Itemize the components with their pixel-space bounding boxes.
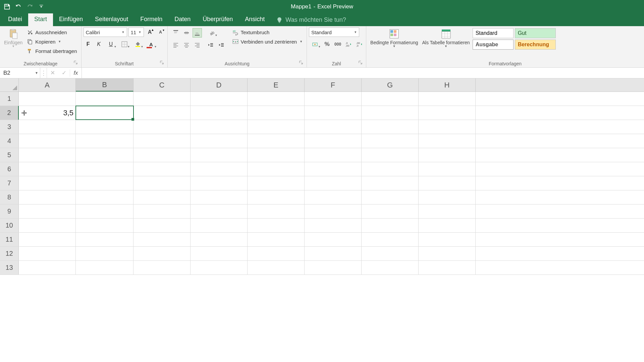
formula-input[interactable] [82,68,644,78]
style-ausgabe[interactable]: Ausgabe [473,40,514,50]
cell-E8[interactable] [248,190,305,204]
tab-einfuegen[interactable]: Einfügen [53,13,89,26]
cell-A1[interactable] [19,92,76,106]
row-header-5[interactable]: 5 [0,148,19,162]
cell-A13[interactable] [19,261,76,275]
row-header-2[interactable]: 2 [0,106,19,120]
cell-A9[interactable] [19,204,76,218]
cell-D6[interactable] [191,162,248,176]
cell-E5[interactable] [248,148,305,162]
borders-button[interactable]: ▼ [118,40,130,49]
increase-indent-button[interactable] [217,40,226,50]
cell-G12[interactable] [362,247,419,260]
style-berechnung[interactable]: Berechnung [515,40,556,50]
column-header-C[interactable]: C [133,78,191,92]
cell-E9[interactable] [248,204,305,218]
cell-G9[interactable] [362,204,419,218]
cell-G2[interactable] [362,106,419,120]
cell-C11[interactable] [133,233,191,246]
cell-A10[interactable] [19,219,76,232]
cell-C7[interactable] [133,176,191,190]
cell-A5[interactable] [19,148,76,162]
dialog-launcher-icon[interactable] [359,61,363,65]
cell-G7[interactable] [362,176,419,190]
redo-icon[interactable] [25,2,34,11]
cell-H13[interactable] [419,261,476,275]
dialog-launcher-icon[interactable] [160,61,165,65]
cell-C5[interactable] [133,148,191,162]
cell-G10[interactable] [362,219,419,232]
fx-icon[interactable]: fx [70,70,82,76]
cell-E1[interactable] [248,92,305,106]
cell-B7[interactable] [76,176,133,190]
align-left-button[interactable] [171,40,180,50]
cell-G3[interactable] [362,120,419,134]
cell-B6[interactable] [76,162,133,176]
cell-F1[interactable] [305,92,362,106]
increase-font-button[interactable]: A▲ [145,27,155,37]
decrease-indent-button[interactable] [206,40,215,50]
row-header-7[interactable]: 7 [0,176,19,190]
cell-D5[interactable] [191,148,248,162]
cell-H11[interactable] [419,233,476,246]
column-header-F[interactable]: F [305,78,362,92]
cell-D11[interactable] [191,233,248,246]
cell-B4[interactable] [76,134,133,148]
cell-F12[interactable] [305,247,362,260]
column-header-H[interactable]: H [419,78,476,92]
cell-C4[interactable] [133,134,191,148]
cell-F9[interactable] [305,204,362,218]
cell-C2[interactable] [133,106,191,120]
row-header-1[interactable]: 1 [0,92,19,106]
style-gut[interactable]: Gut [515,28,556,38]
tab-daten[interactable]: Daten [168,13,197,26]
cell-B12[interactable] [76,247,133,260]
font-color-button[interactable]: A▼ [145,40,157,49]
cell-C8[interactable] [133,190,191,204]
tab-ansicht[interactable]: Ansicht [239,13,271,26]
cell-D3[interactable] [191,120,248,134]
cell-F10[interactable] [305,219,362,232]
cancel-icon[interactable]: ✕ [47,69,58,76]
row-header-10[interactable]: 10 [0,219,19,232]
cell-D2[interactable] [191,106,248,120]
cell-E7[interactable] [248,176,305,190]
cell-H4[interactable] [419,134,476,148]
cell-E3[interactable] [248,120,305,134]
tab-start[interactable]: Start [28,13,53,26]
cell-H6[interactable] [419,162,476,176]
row-header-12[interactable]: 12 [0,247,19,260]
undo-icon[interactable] [14,2,23,11]
font-size-combo[interactable]: 11 ▼ [128,27,144,37]
cell-C12[interactable] [133,247,191,260]
cell-C10[interactable] [133,219,191,232]
cell-H10[interactable] [419,219,476,232]
align-right-button[interactable] [193,40,202,50]
cell-C6[interactable] [133,162,191,176]
underline-button[interactable]: U▼ [105,40,117,49]
row-header-11[interactable]: 11 [0,233,19,246]
cell-A8[interactable] [19,190,76,204]
row-header-9[interactable]: 9 [0,204,19,218]
align-center-button[interactable] [182,40,191,50]
row-header-8[interactable]: 8 [0,190,19,204]
row-header-13[interactable]: 13 [0,261,19,275]
column-header-A[interactable]: A [19,78,76,92]
cell-B11[interactable] [76,233,133,246]
cell-E13[interactable] [248,261,305,275]
paste-button[interactable]: Einfügen ▼ [2,27,24,49]
cell-C1[interactable] [133,92,191,106]
cut-button[interactable]: Ausschneiden [26,28,77,36]
tab-datei[interactable]: Datei [2,13,28,26]
cell-G8[interactable] [362,190,419,204]
tab-seitenlayout[interactable]: Seitenlayout [89,13,134,26]
decrease-font-button[interactable]: A▼ [156,27,165,37]
cell-G5[interactable] [362,148,419,162]
cell-B3[interactable] [76,120,133,134]
cell-B2[interactable] [76,106,133,120]
cell-H2[interactable] [419,106,476,120]
cell-D1[interactable] [191,92,248,106]
column-header-B[interactable]: B [76,78,133,92]
chevron-down-icon[interactable]: ▼ [33,71,40,75]
tab-ueberpruefen[interactable]: Überprüfen [197,13,239,26]
